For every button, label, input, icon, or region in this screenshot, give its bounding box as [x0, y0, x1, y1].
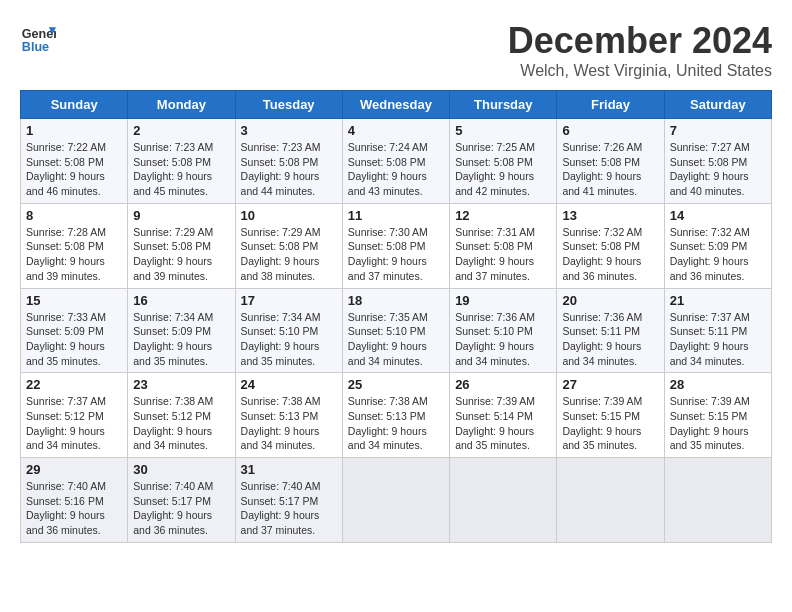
calendar-cell: 15Sunrise: 7:33 AMSunset: 5:09 PMDayligh…	[21, 288, 128, 373]
day-number: 3	[241, 123, 337, 138]
calendar-table: SundayMondayTuesdayWednesdayThursdayFrid…	[20, 90, 772, 543]
calendar-cell: 21Sunrise: 7:37 AMSunset: 5:11 PMDayligh…	[664, 288, 771, 373]
day-info: Sunrise: 7:25 AMSunset: 5:08 PMDaylight:…	[455, 140, 551, 199]
day-info: Sunrise: 7:39 AMSunset: 5:14 PMDaylight:…	[455, 394, 551, 453]
day-number: 14	[670, 208, 766, 223]
day-number: 1	[26, 123, 122, 138]
calendar-week-row: 29Sunrise: 7:40 AMSunset: 5:16 PMDayligh…	[21, 458, 772, 543]
day-number: 10	[241, 208, 337, 223]
calendar-cell: 23Sunrise: 7:38 AMSunset: 5:12 PMDayligh…	[128, 373, 235, 458]
calendar-cell: 11Sunrise: 7:30 AMSunset: 5:08 PMDayligh…	[342, 203, 449, 288]
day-of-week-header: Wednesday	[342, 91, 449, 119]
day-number: 22	[26, 377, 122, 392]
calendar-cell: 12Sunrise: 7:31 AMSunset: 5:08 PMDayligh…	[450, 203, 557, 288]
calendar-cell: 3Sunrise: 7:23 AMSunset: 5:08 PMDaylight…	[235, 119, 342, 204]
day-number: 11	[348, 208, 444, 223]
day-number: 31	[241, 462, 337, 477]
page-header: General Blue December 2024 Welch, West V…	[20, 20, 772, 80]
day-number: 19	[455, 293, 551, 308]
calendar-cell: 20Sunrise: 7:36 AMSunset: 5:11 PMDayligh…	[557, 288, 664, 373]
calendar-cell	[664, 458, 771, 543]
day-number: 9	[133, 208, 229, 223]
day-number: 26	[455, 377, 551, 392]
day-info: Sunrise: 7:34 AMSunset: 5:09 PMDaylight:…	[133, 310, 229, 369]
day-info: Sunrise: 7:38 AMSunset: 5:13 PMDaylight:…	[348, 394, 444, 453]
day-number: 28	[670, 377, 766, 392]
calendar-cell: 22Sunrise: 7:37 AMSunset: 5:12 PMDayligh…	[21, 373, 128, 458]
day-of-week-header: Thursday	[450, 91, 557, 119]
day-of-week-header: Saturday	[664, 91, 771, 119]
calendar-cell: 30Sunrise: 7:40 AMSunset: 5:17 PMDayligh…	[128, 458, 235, 543]
day-number: 5	[455, 123, 551, 138]
calendar-cell: 7Sunrise: 7:27 AMSunset: 5:08 PMDaylight…	[664, 119, 771, 204]
day-info: Sunrise: 7:32 AMSunset: 5:09 PMDaylight:…	[670, 225, 766, 284]
day-number: 15	[26, 293, 122, 308]
day-info: Sunrise: 7:28 AMSunset: 5:08 PMDaylight:…	[26, 225, 122, 284]
calendar-title: December 2024	[508, 20, 772, 62]
logo: General Blue	[20, 20, 56, 56]
day-info: Sunrise: 7:33 AMSunset: 5:09 PMDaylight:…	[26, 310, 122, 369]
day-info: Sunrise: 7:24 AMSunset: 5:08 PMDaylight:…	[348, 140, 444, 199]
day-number: 12	[455, 208, 551, 223]
day-info: Sunrise: 7:38 AMSunset: 5:12 PMDaylight:…	[133, 394, 229, 453]
calendar-cell: 14Sunrise: 7:32 AMSunset: 5:09 PMDayligh…	[664, 203, 771, 288]
day-number: 17	[241, 293, 337, 308]
calendar-cell: 29Sunrise: 7:40 AMSunset: 5:16 PMDayligh…	[21, 458, 128, 543]
day-number: 20	[562, 293, 658, 308]
day-info: Sunrise: 7:32 AMSunset: 5:08 PMDaylight:…	[562, 225, 658, 284]
day-info: Sunrise: 7:31 AMSunset: 5:08 PMDaylight:…	[455, 225, 551, 284]
calendar-cell: 13Sunrise: 7:32 AMSunset: 5:08 PMDayligh…	[557, 203, 664, 288]
calendar-week-row: 15Sunrise: 7:33 AMSunset: 5:09 PMDayligh…	[21, 288, 772, 373]
day-info: Sunrise: 7:30 AMSunset: 5:08 PMDaylight:…	[348, 225, 444, 284]
calendar-cell: 10Sunrise: 7:29 AMSunset: 5:08 PMDayligh…	[235, 203, 342, 288]
calendar-header-row: SundayMondayTuesdayWednesdayThursdayFrid…	[21, 91, 772, 119]
day-number: 7	[670, 123, 766, 138]
day-number: 25	[348, 377, 444, 392]
day-info: Sunrise: 7:23 AMSunset: 5:08 PMDaylight:…	[241, 140, 337, 199]
day-number: 8	[26, 208, 122, 223]
calendar-cell	[450, 458, 557, 543]
day-info: Sunrise: 7:27 AMSunset: 5:08 PMDaylight:…	[670, 140, 766, 199]
day-info: Sunrise: 7:29 AMSunset: 5:08 PMDaylight:…	[241, 225, 337, 284]
day-of-week-header: Sunday	[21, 91, 128, 119]
day-number: 27	[562, 377, 658, 392]
day-of-week-header: Friday	[557, 91, 664, 119]
calendar-cell: 24Sunrise: 7:38 AMSunset: 5:13 PMDayligh…	[235, 373, 342, 458]
calendar-cell: 1Sunrise: 7:22 AMSunset: 5:08 PMDaylight…	[21, 119, 128, 204]
day-info: Sunrise: 7:35 AMSunset: 5:10 PMDaylight:…	[348, 310, 444, 369]
calendar-subtitle: Welch, West Virginia, United States	[508, 62, 772, 80]
calendar-cell: 26Sunrise: 7:39 AMSunset: 5:14 PMDayligh…	[450, 373, 557, 458]
calendar-cell: 9Sunrise: 7:29 AMSunset: 5:08 PMDaylight…	[128, 203, 235, 288]
day-number: 4	[348, 123, 444, 138]
day-info: Sunrise: 7:36 AMSunset: 5:11 PMDaylight:…	[562, 310, 658, 369]
title-section: December 2024 Welch, West Virginia, Unit…	[508, 20, 772, 80]
day-info: Sunrise: 7:22 AMSunset: 5:08 PMDaylight:…	[26, 140, 122, 199]
day-info: Sunrise: 7:36 AMSunset: 5:10 PMDaylight:…	[455, 310, 551, 369]
calendar-cell	[342, 458, 449, 543]
calendar-cell: 28Sunrise: 7:39 AMSunset: 5:15 PMDayligh…	[664, 373, 771, 458]
day-info: Sunrise: 7:34 AMSunset: 5:10 PMDaylight:…	[241, 310, 337, 369]
day-number: 16	[133, 293, 229, 308]
day-info: Sunrise: 7:37 AMSunset: 5:12 PMDaylight:…	[26, 394, 122, 453]
day-info: Sunrise: 7:23 AMSunset: 5:08 PMDaylight:…	[133, 140, 229, 199]
day-number: 6	[562, 123, 658, 138]
calendar-cell: 5Sunrise: 7:25 AMSunset: 5:08 PMDaylight…	[450, 119, 557, 204]
day-number: 13	[562, 208, 658, 223]
day-info: Sunrise: 7:40 AMSunset: 5:16 PMDaylight:…	[26, 479, 122, 538]
calendar-week-row: 8Sunrise: 7:28 AMSunset: 5:08 PMDaylight…	[21, 203, 772, 288]
calendar-cell: 27Sunrise: 7:39 AMSunset: 5:15 PMDayligh…	[557, 373, 664, 458]
logo-icon: General Blue	[20, 20, 56, 56]
calendar-cell: 4Sunrise: 7:24 AMSunset: 5:08 PMDaylight…	[342, 119, 449, 204]
day-info: Sunrise: 7:26 AMSunset: 5:08 PMDaylight:…	[562, 140, 658, 199]
day-number: 21	[670, 293, 766, 308]
calendar-week-row: 22Sunrise: 7:37 AMSunset: 5:12 PMDayligh…	[21, 373, 772, 458]
calendar-week-row: 1Sunrise: 7:22 AMSunset: 5:08 PMDaylight…	[21, 119, 772, 204]
day-number: 18	[348, 293, 444, 308]
day-number: 24	[241, 377, 337, 392]
calendar-cell: 6Sunrise: 7:26 AMSunset: 5:08 PMDaylight…	[557, 119, 664, 204]
calendar-cell: 18Sunrise: 7:35 AMSunset: 5:10 PMDayligh…	[342, 288, 449, 373]
calendar-cell: 8Sunrise: 7:28 AMSunset: 5:08 PMDaylight…	[21, 203, 128, 288]
day-number: 2	[133, 123, 229, 138]
day-info: Sunrise: 7:39 AMSunset: 5:15 PMDaylight:…	[562, 394, 658, 453]
calendar-cell: 16Sunrise: 7:34 AMSunset: 5:09 PMDayligh…	[128, 288, 235, 373]
